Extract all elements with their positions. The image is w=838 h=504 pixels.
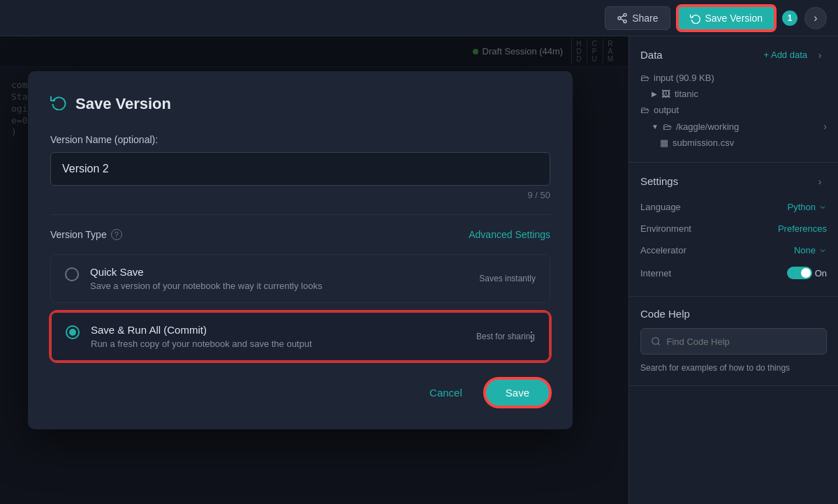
internet-toggle[interactable]: On [787, 267, 827, 279]
divider [50, 214, 550, 215]
svg-point-0 [624, 13, 626, 16]
accelerator-value[interactable]: None [794, 245, 827, 255]
file-tree-item-output[interactable]: 🗁 output [640, 102, 827, 118]
save-version-modal: Save Version Version Name (optional): 9 … [28, 71, 573, 429]
save-version-label: Save Version [705, 13, 763, 24]
code-help-section: Code Help Search for examples of how to … [629, 297, 838, 386]
modal-footer: Cancel Save [50, 378, 550, 407]
code-help-input[interactable] [666, 336, 816, 347]
accelerator-label: Accelerator [640, 245, 686, 255]
chevron-right-icon: › [823, 121, 827, 132]
right-panel: Data + Add data › 🗁 input (90.9 KB) ▶ 🖼 … [628, 36, 838, 504]
share-icon [617, 13, 628, 24]
advanced-settings-link[interactable]: Advanced Settings [469, 229, 550, 240]
toggle-thumb [801, 268, 811, 278]
arrow-right-icon: ▶ [652, 90, 657, 98]
three-dots-button[interactable]: ⋮ [525, 329, 538, 344]
save-version-icon [690, 13, 701, 24]
save-run-all-title: Save & Run All (Commit) [91, 324, 465, 336]
settings-section-title: Settings › [640, 174, 827, 188]
add-data-link[interactable]: + Add data [763, 50, 807, 60]
accelerator-row: Accelerator None [640, 239, 827, 261]
version-name-input[interactable] [50, 152, 550, 186]
code-help-title: Code Help [640, 308, 827, 320]
file-tree-item-input[interactable]: 🗁 input (90.9 KB) [640, 70, 827, 86]
svg-point-2 [624, 20, 626, 22]
language-label: Language [640, 202, 681, 212]
quick-save-option[interactable]: Quick Save Save a version of your notebo… [50, 254, 550, 303]
top-bar: Share Save Version 1 › [0, 0, 838, 36]
version-type-label: Version Type ? [50, 229, 122, 240]
data-section-title: Data + Add data › [640, 47, 827, 61]
save-run-all-option[interactable]: Save & Run All (Commit) Run a fresh copy… [50, 311, 550, 362]
svg-line-6 [658, 343, 660, 346]
internet-value: On [815, 268, 827, 279]
version-badge: 1 [782, 10, 797, 26]
cancel-button[interactable]: Cancel [418, 380, 473, 406]
help-icon[interactable]: ? [111, 229, 122, 240]
folder-icon-output: 🗁 [640, 105, 649, 115]
environment-row: Environment Preferences [640, 218, 827, 239]
char-count: 9 / 50 [50, 190, 550, 200]
data-collapse-button[interactable]: › [813, 47, 827, 61]
quick-save-title: Quick Save [90, 266, 468, 278]
share-button[interactable]: Share [605, 6, 670, 30]
save-run-all-content: Save & Run All (Commit) Run a fresh copy… [91, 324, 465, 349]
version-type-header: Version Type ? Advanced Settings [50, 229, 550, 240]
settings-collapse-button[interactable]: › [813, 174, 827, 188]
modal-header: Save Version [50, 94, 550, 114]
accelerator-dropdown-icon [818, 246, 827, 255]
svg-point-1 [618, 17, 621, 20]
expand-button[interactable]: › [804, 7, 827, 29]
code-help-description: Search for examples of how to do things [640, 362, 827, 374]
settings-section: Settings › Language Python Environment P… [629, 163, 838, 297]
internet-row: Internet On [640, 261, 827, 285]
quick-save-badge: Saves instantly [479, 274, 536, 283]
svg-point-5 [652, 338, 659, 345]
left-panel: Draft Session (44m) H D D C P U R A M [0, 36, 628, 504]
environment-value[interactable]: Preferences [778, 223, 827, 234]
language-row: Language Python [640, 196, 827, 218]
toggle-track[interactable] [787, 267, 812, 279]
quick-save-desc: Save a version of your notebook the way … [90, 281, 468, 291]
data-section: Data + Add data › 🗁 input (90.9 KB) ▶ 🖼 … [629, 36, 838, 163]
search-icon [651, 336, 661, 347]
save-button[interactable]: Save [485, 378, 550, 407]
language-dropdown-icon [818, 203, 827, 212]
environment-label: Environment [640, 223, 691, 234]
svg-line-4 [621, 15, 624, 17]
file-tree-item-submission[interactable]: ▦ submission.csv [640, 135, 827, 151]
code-help-search[interactable] [640, 328, 827, 355]
save-version-button[interactable]: Save Version [677, 6, 776, 31]
internet-label: Internet [640, 268, 671, 279]
language-value[interactable]: Python [788, 202, 827, 212]
file-tree-item-kaggle[interactable]: ▼ 🗁 /kaggle/working › [640, 118, 827, 135]
folder-icon: 🗁 [640, 73, 649, 83]
main-layout: Draft Session (44m) H D D C P U R A M [0, 36, 838, 504]
save-run-all-radio[interactable] [66, 325, 80, 339]
svg-line-3 [621, 19, 624, 21]
modal-icon [50, 94, 67, 114]
version-name-label: Version Name (optional): [50, 134, 550, 145]
file-tree-item-titanic[interactable]: ▶ 🖼 titanic [640, 86, 827, 102]
share-label: Share [632, 13, 658, 24]
quick-save-radio[interactable] [65, 267, 79, 281]
arrow-down-icon: ▼ [652, 123, 659, 131]
quick-save-content: Quick Save Save a version of your notebo… [90, 266, 468, 291]
save-run-all-desc: Run a fresh copy of your notebook and sa… [91, 339, 465, 349]
modal-title: Save Version [75, 95, 171, 113]
